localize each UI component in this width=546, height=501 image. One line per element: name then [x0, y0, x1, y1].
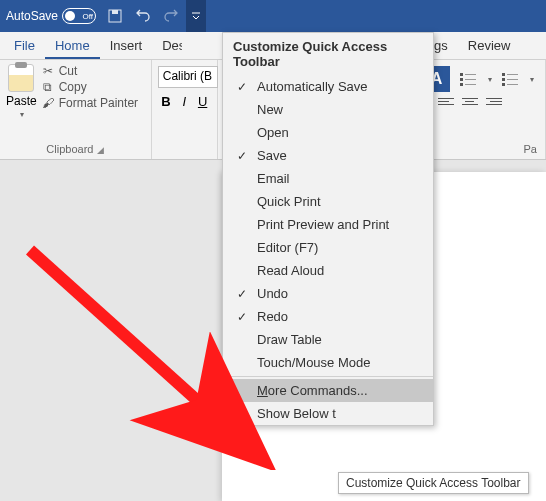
undo-icon[interactable]	[134, 7, 152, 25]
align-left-button[interactable]	[438, 98, 454, 110]
clipboard-group: Paste ▾ ✂Cut ⧉Copy 🖌Format Painter Clipb…	[0, 60, 152, 159]
menu-item-label: Redo	[257, 309, 288, 324]
menu-item[interactable]: ✓Redo	[223, 305, 433, 328]
quick-access-toolbar	[106, 7, 180, 25]
italic-button[interactable]: I	[176, 94, 192, 109]
paste-button[interactable]: Paste ▾	[6, 64, 37, 119]
autosave-toggle[interactable]: Off	[62, 8, 96, 24]
tab-design[interactable]: Desi	[152, 34, 182, 59]
save-icon[interactable]	[106, 7, 124, 25]
menu-item[interactable]: Editor (F7)	[223, 236, 433, 259]
paste-icon	[8, 64, 34, 92]
cut-button[interactable]: ✂Cut	[41, 64, 138, 78]
clipboard-group-label: Clipboard◢	[6, 141, 145, 157]
menu-item[interactable]: Touch/Mouse Mode	[223, 351, 433, 374]
cut-icon: ✂	[41, 64, 55, 78]
menu-item-label: Quick Print	[257, 194, 321, 209]
align-right-button[interactable]	[486, 98, 502, 110]
menu-item[interactable]: Open	[223, 121, 433, 144]
copy-icon: ⧉	[41, 80, 55, 94]
menu-more-commands[interactable]: More Commands...	[223, 379, 433, 402]
menu-separator	[223, 376, 433, 377]
bullets-button[interactable]	[460, 73, 476, 85]
paragraph-group-label: Pa	[424, 141, 541, 157]
dialog-launcher-icon[interactable]: ◢	[97, 145, 104, 155]
menu-item-label: Editor (F7)	[257, 240, 318, 255]
menu-item[interactable]: Email	[223, 167, 433, 190]
format-painter-button[interactable]: 🖌Format Painter	[41, 96, 138, 110]
tab-file[interactable]: File	[4, 34, 45, 59]
menu-item-label: Print Preview and Print	[257, 217, 389, 232]
customize-qat-button[interactable]	[186, 0, 206, 32]
check-icon: ✓	[231, 310, 253, 324]
menu-item[interactable]: Quick Print	[223, 190, 433, 213]
menu-item-label: Automatically Save	[257, 79, 368, 94]
tab-insert[interactable]: Insert	[100, 34, 153, 59]
menu-item[interactable]: ✓Automatically Save	[223, 75, 433, 98]
customize-qat-menu: Customize Quick Access Toolbar ✓Automati…	[222, 32, 434, 426]
check-icon: ✓	[231, 149, 253, 163]
numbering-button[interactable]	[502, 73, 518, 85]
menu-item-label: Undo	[257, 286, 288, 301]
svg-rect-1	[112, 10, 118, 14]
menu-item-label: Read Aloud	[257, 263, 324, 278]
chevron-down-icon: ▾	[20, 110, 24, 119]
font-name-box[interactable]: Calibri (B	[158, 66, 218, 88]
autosave-control[interactable]: AutoSave Off	[6, 8, 96, 24]
menu-item[interactable]: Print Preview and Print	[223, 213, 433, 236]
copy-button[interactable]: ⧉Copy	[41, 80, 138, 94]
menu-item[interactable]: ✓Save	[223, 144, 433, 167]
title-bar: AutoSave Off	[0, 0, 546, 32]
menu-item-label: Email	[257, 171, 290, 186]
menu-show-below[interactable]: Show Below t	[223, 402, 433, 425]
font-group: Calibri (B B I U	[152, 60, 218, 159]
redo-icon[interactable]	[162, 7, 180, 25]
bold-button[interactable]: B	[158, 94, 174, 109]
menu-item-label: New	[257, 102, 283, 117]
paragraph-group: A ▾ ▾ ▾ Pa	[420, 60, 546, 159]
format-painter-icon: 🖌	[41, 96, 55, 110]
align-center-button[interactable]	[462, 98, 478, 110]
tab-home[interactable]: Home	[45, 34, 100, 59]
menu-title: Customize Quick Access Toolbar	[223, 33, 433, 75]
menu-item-label: Touch/Mouse Mode	[257, 355, 370, 370]
menu-item-label: Open	[257, 125, 289, 140]
menu-item-label: Save	[257, 148, 287, 163]
menu-item[interactable]: New	[223, 98, 433, 121]
check-icon: ✓	[231, 287, 253, 301]
autosave-label: AutoSave	[6, 9, 58, 23]
menu-item-label: Draw Table	[257, 332, 322, 347]
check-icon: ✓	[231, 80, 253, 94]
tooltip: Customize Quick Access Toolbar	[338, 472, 529, 494]
menu-item[interactable]: Read Aloud	[223, 259, 433, 282]
tab-review[interactable]: Review	[458, 34, 521, 59]
menu-item[interactable]: Draw Table	[223, 328, 433, 351]
menu-item[interactable]: ✓Undo	[223, 282, 433, 305]
underline-button[interactable]: U	[194, 94, 210, 109]
